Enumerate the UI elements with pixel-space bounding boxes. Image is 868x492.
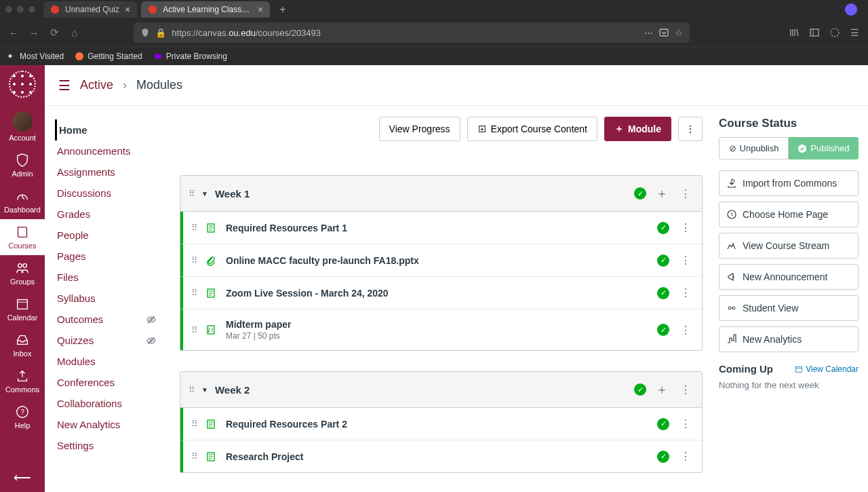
home-button[interactable]: ⌂ xyxy=(68,27,81,39)
drag-handle-icon[interactable]: ⠿ xyxy=(191,451,197,461)
browser-tab[interactable]: Active Learning Classroom Cur × xyxy=(141,1,270,18)
close-window-icon[interactable] xyxy=(5,6,12,13)
nav-admin[interactable]: Admin xyxy=(0,147,45,183)
nav-account[interactable]: Account xyxy=(0,106,45,147)
course-nav-collaborations[interactable]: Collaborations xyxy=(57,393,163,414)
close-tab-icon[interactable]: × xyxy=(258,4,263,15)
sidebar-view-course-stream[interactable]: View Course Stream xyxy=(719,233,859,259)
item-options-button[interactable]: ⋮ xyxy=(677,324,694,337)
drag-handle-icon[interactable]: ⠿ xyxy=(189,189,195,199)
course-nav-home[interactable]: Home xyxy=(55,119,163,140)
item-options-button[interactable]: ⋮ xyxy=(677,254,694,267)
module-options-button[interactable]: ⋮ xyxy=(677,383,694,396)
course-nav-outcomes[interactable]: Outcomes xyxy=(57,309,163,330)
new-tab-button[interactable]: + xyxy=(274,3,291,16)
course-nav-assignments[interactable]: Assignments xyxy=(57,162,163,183)
add-item-button[interactable]: ＋ xyxy=(653,185,671,202)
bookmark-most-visited[interactable]: ✦ Most Visited xyxy=(7,52,64,61)
module-item[interactable]: ⠿ Required Resources Part 1 ✓ ⋮ xyxy=(180,212,702,244)
sidebar-toggle-icon[interactable] xyxy=(808,26,821,39)
course-nav-conferences[interactable]: Conferences xyxy=(57,372,163,393)
shield-icon[interactable] xyxy=(140,28,150,37)
course-nav-quizzes[interactable]: Quizzes xyxy=(57,330,163,351)
nav-inbox[interactable]: Inbox xyxy=(0,327,45,363)
module-item[interactable]: ⠿ Research Project ✓ ⋮ xyxy=(180,440,702,472)
menu-icon[interactable]: ☰ xyxy=(849,26,861,39)
forward-button[interactable]: → xyxy=(27,27,41,39)
drag-handle-icon[interactable]: ⠿ xyxy=(191,419,197,429)
nav-commons[interactable]: Commons xyxy=(0,363,45,399)
published-check-icon[interactable]: ✓ xyxy=(634,187,646,200)
bookmark-getting-started[interactable]: Getting Started xyxy=(75,52,142,61)
drag-handle-icon[interactable]: ⠿ xyxy=(189,385,195,395)
module-item[interactable]: ⠿ Midterm paper Mar 27 | 50 pts ✓ ⋮ xyxy=(180,309,702,350)
close-tab-icon[interactable]: × xyxy=(125,4,130,15)
lock-icon[interactable]: 🔒 xyxy=(155,28,166,38)
module-item[interactable]: ⠿ Required Resources Part 2 ✓ ⋮ xyxy=(180,408,702,440)
drag-handle-icon[interactable]: ⠿ xyxy=(191,223,197,233)
nav-courses[interactable]: Courses xyxy=(0,219,45,255)
course-nav-syllabus[interactable]: Syllabus xyxy=(57,288,163,309)
published-check-icon[interactable]: ✓ xyxy=(657,324,669,336)
module-header[interactable]: ⠿ ▼ Week 2 ✓ ＋ ⋮ xyxy=(180,372,702,408)
published-check-icon[interactable]: ✓ xyxy=(657,287,669,299)
bookmark-star-icon[interactable]: ☆ xyxy=(675,28,683,38)
nav-calendar[interactable]: Calendar xyxy=(0,291,45,327)
sidebar-new-analytics[interactable]: New Analytics xyxy=(719,326,859,352)
published-button[interactable]: Published xyxy=(789,137,859,159)
add-item-button[interactable]: ＋ xyxy=(653,381,671,398)
module-header[interactable]: ⠿ ▼ Week 1 ✓ ＋ ⋮ xyxy=(180,176,702,212)
course-nav-new-analytics[interactable]: New Analytics xyxy=(57,414,163,435)
course-nav-settings[interactable]: Settings xyxy=(57,435,163,456)
item-options-button[interactable]: ⋮ xyxy=(677,450,694,463)
item-options-button[interactable]: ⋮ xyxy=(677,286,694,299)
add-module-button[interactable]: ＋ Module xyxy=(604,117,671,141)
item-options-button[interactable]: ⋮ xyxy=(677,221,694,234)
course-nav-pages[interactable]: Pages xyxy=(57,246,163,267)
sidebar-new-announcement[interactable]: New Announcement xyxy=(719,264,859,290)
export-course-button[interactable]: Export Course Content xyxy=(467,117,597,141)
profile-icon[interactable] xyxy=(829,26,841,39)
address-bar[interactable]: 🔒 https://canvas.ou.edu/courses/203493 ⋯… xyxy=(134,22,690,43)
zoom-window-icon[interactable] xyxy=(28,6,35,13)
nav-groups[interactable]: Groups xyxy=(0,255,45,291)
pocket-icon[interactable] xyxy=(658,27,669,38)
course-nav-announcements[interactable]: Announcements xyxy=(57,140,163,162)
breadcrumb-course[interactable]: Active xyxy=(80,78,113,92)
nav-help[interactable]: ? Help xyxy=(0,399,45,435)
published-check-icon[interactable]: ✓ xyxy=(657,418,669,430)
nav-dashboard[interactable]: Dashboard xyxy=(0,183,45,219)
extension-icon[interactable] xyxy=(845,3,857,16)
caret-down-icon[interactable]: ▼ xyxy=(201,190,208,197)
library-icon[interactable] xyxy=(788,26,800,39)
course-nav-people[interactable]: People xyxy=(57,225,163,246)
course-nav-files[interactable]: Files xyxy=(57,267,163,288)
more-actions-button[interactable]: ⋮ xyxy=(678,117,703,141)
published-check-icon[interactable]: ✓ xyxy=(657,451,669,463)
bookmark-private-browsing[interactable]: Private Browsing xyxy=(153,52,227,61)
collapse-nav-button[interactable]: ⟵ xyxy=(14,463,31,492)
published-check-icon[interactable]: ✓ xyxy=(634,383,646,396)
published-check-icon[interactable]: ✓ xyxy=(657,254,669,267)
canvas-logo-icon[interactable] xyxy=(9,71,36,98)
item-options-button[interactable]: ⋮ xyxy=(677,417,694,430)
module-item[interactable]: ⠿ Online MACC faculty pre-launch FA18.pp… xyxy=(180,244,702,277)
view-calendar-link[interactable]: View Calendar xyxy=(795,364,859,374)
unpublish-button[interactable]: ⊘ Unpublish xyxy=(719,137,789,159)
sidebar-choose-home-page[interactable]: Choose Home Page xyxy=(719,202,859,227)
view-progress-button[interactable]: View Progress xyxy=(379,117,460,141)
course-nav-modules[interactable]: Modules xyxy=(57,351,163,372)
reload-button[interactable]: ⟳ xyxy=(47,26,61,39)
sidebar-student-view[interactable]: Student View xyxy=(719,295,859,321)
sidebar-import-from-commons[interactable]: Import from Commons xyxy=(719,170,859,196)
caret-down-icon[interactable]: ▼ xyxy=(201,386,208,394)
drag-handle-icon[interactable]: ⠿ xyxy=(191,255,197,265)
drag-handle-icon[interactable]: ⠿ xyxy=(191,325,197,335)
drag-handle-icon[interactable]: ⠿ xyxy=(191,288,197,298)
hamburger-icon[interactable]: ☰ xyxy=(58,77,71,94)
course-nav-discussions[interactable]: Discussions xyxy=(57,183,163,204)
page-actions-icon[interactable]: ⋯ xyxy=(644,28,653,38)
course-nav-grades[interactable]: Grades xyxy=(57,204,163,225)
back-button[interactable]: ← xyxy=(7,27,20,39)
module-item[interactable]: ⠿ Zoom Live Session - March 24, 2020 ✓ ⋮ xyxy=(180,277,702,309)
